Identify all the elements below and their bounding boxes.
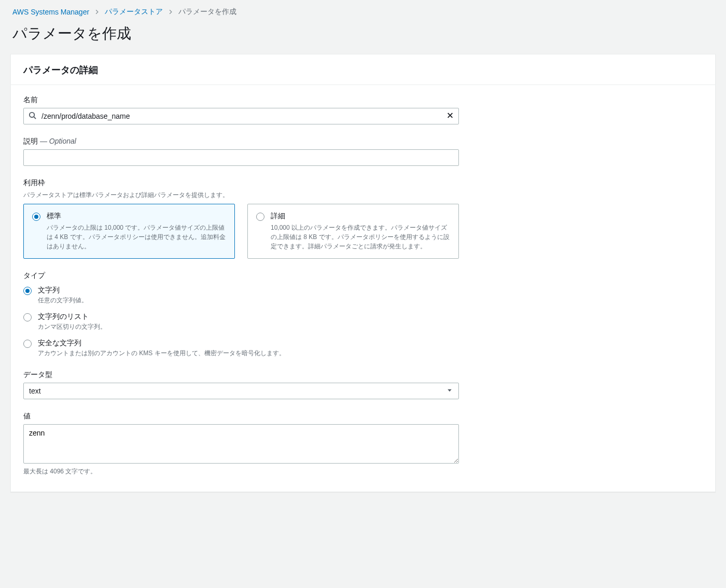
radio-icon bbox=[256, 213, 264, 221]
tier-standard-label: 標準 bbox=[47, 212, 226, 221]
type-securestring-desc: アカウントまたは別のアカウントの KMS キーを使用して、機密データを暗号化しま… bbox=[38, 349, 285, 358]
type-string-label: 文字列 bbox=[38, 286, 88, 295]
parameter-details-panel: パラメータの詳細 名前 説明 — Optional bbox=[10, 54, 716, 492]
description-optional: — Optional bbox=[40, 137, 76, 145]
tier-advanced-label: 詳細 bbox=[271, 212, 450, 221]
name-input[interactable] bbox=[23, 108, 459, 124]
type-string-desc: 任意の文字列値。 bbox=[38, 296, 88, 305]
description-field: 説明 — Optional bbox=[23, 137, 703, 166]
type-field: タイプ 文字列 任意の文字列値。 文字列のリスト カンマ区切りの文字列。 bbox=[23, 271, 703, 358]
type-option-securestring[interactable]: 安全な文字列 アカウントまたは別のアカウントの KMS キーを使用して、機密デー… bbox=[23, 339, 703, 358]
tier-option-advanced[interactable]: 詳細 10,000 以上のパラメータを作成できます。パラメータ値サイズの上限値は… bbox=[247, 204, 459, 259]
breadcrumb-current: パラメータを作成 bbox=[178, 7, 236, 17]
breadcrumb: AWS Systems Manager パラメータストア パラメータを作成 bbox=[0, 0, 726, 21]
type-option-string[interactable]: 文字列 任意の文字列値。 bbox=[23, 286, 703, 305]
chevron-right-icon bbox=[168, 8, 173, 16]
name-label: 名前 bbox=[23, 95, 703, 105]
value-hint: 最大長は 4096 文字です。 bbox=[23, 467, 703, 476]
description-label: 説明 — Optional bbox=[23, 137, 703, 146]
tier-field: 利用枠 パラメータストアは標準パラメータおよび詳細パラメータを提供します。 標準… bbox=[23, 178, 703, 259]
data-type-field: データ型 text bbox=[23, 370, 703, 399]
tier-option-standard[interactable]: 標準 パラメータの上限は 10,000 です。パラメータ値サイズの上限値は 4 … bbox=[23, 204, 235, 259]
svg-point-0 bbox=[30, 113, 34, 117]
tier-standard-desc: パラメータの上限は 10,000 です。パラメータ値サイズの上限値は 4 KB … bbox=[47, 223, 226, 251]
breadcrumb-parent-link[interactable]: パラメータストア bbox=[105, 7, 163, 17]
name-field: 名前 bbox=[23, 95, 703, 124]
data-type-select[interactable]: text bbox=[23, 383, 459, 399]
description-input[interactable] bbox=[23, 149, 459, 166]
caret-down-icon bbox=[446, 387, 453, 395]
panel-title: パラメータの詳細 bbox=[23, 64, 703, 76]
clear-icon[interactable] bbox=[446, 112, 454, 121]
radio-icon bbox=[32, 213, 40, 221]
tier-hint: パラメータストアは標準パラメータおよび詳細パラメータを提供します。 bbox=[23, 191, 703, 200]
tier-advanced-desc: 10,000 以上のパラメータを作成できます。パラメータ値サイズの上限値は 8 … bbox=[271, 223, 450, 251]
value-field: 値 最大長は 4096 文字です。 bbox=[23, 412, 703, 476]
chevron-right-icon bbox=[94, 8, 100, 16]
breadcrumb-root-link[interactable]: AWS Systems Manager bbox=[12, 8, 89, 16]
value-label: 値 bbox=[23, 412, 703, 421]
page-title: パラメータを作成 bbox=[0, 21, 726, 54]
tier-label: 利用枠 bbox=[23, 178, 703, 188]
search-icon bbox=[29, 111, 36, 121]
radio-icon bbox=[23, 340, 32, 348]
value-textarea[interactable] bbox=[23, 424, 459, 464]
radio-icon bbox=[23, 287, 32, 295]
type-option-stringlist[interactable]: 文字列のリスト カンマ区切りの文字列。 bbox=[23, 312, 703, 331]
type-securestring-label: 安全な文字列 bbox=[38, 339, 285, 348]
type-stringlist-desc: カンマ区切りの文字列。 bbox=[38, 323, 106, 331]
description-label-text: 説明 bbox=[23, 137, 38, 145]
data-type-label: データ型 bbox=[23, 370, 703, 380]
radio-icon bbox=[23, 313, 32, 321]
type-label: タイプ bbox=[23, 271, 703, 281]
panel-header: パラメータの詳細 bbox=[11, 54, 715, 85]
type-stringlist-label: 文字列のリスト bbox=[38, 312, 106, 321]
